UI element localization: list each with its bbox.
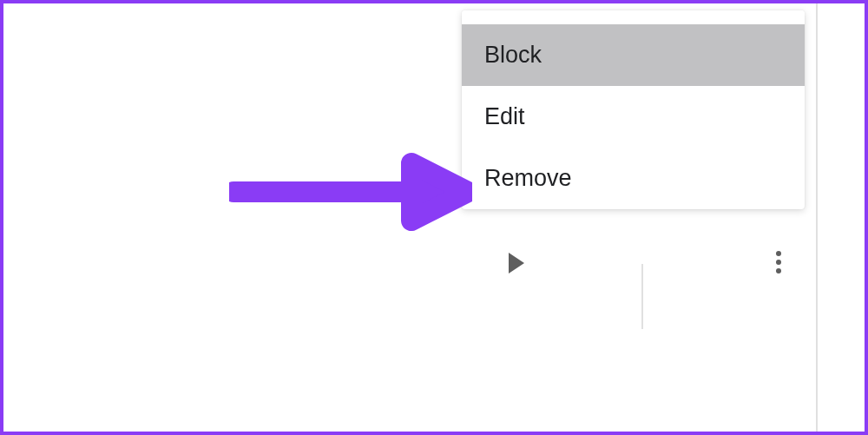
- context-menu: Block Edit Remove: [462, 10, 805, 209]
- content-area: Block Edit Remove: [3, 3, 840, 432]
- menu-item-block[interactable]: Block: [462, 24, 805, 86]
- menu-item-label: Remove: [484, 165, 572, 192]
- menu-header: [462, 10, 805, 24]
- arrow-icon: [229, 153, 472, 231]
- menu-item-label: Block: [484, 42, 542, 69]
- more-vert-icon[interactable]: [776, 251, 781, 274]
- side-separator: [816, 3, 818, 432]
- vertical-divider: [641, 264, 643, 329]
- menu-item-remove[interactable]: Remove: [462, 148, 805, 209]
- menu-item-edit[interactable]: Edit: [462, 86, 805, 148]
- menu-item-label: Edit: [484, 103, 525, 130]
- arrow-annotation: [229, 153, 472, 231]
- play-triangle-icon: [509, 253, 524, 274]
